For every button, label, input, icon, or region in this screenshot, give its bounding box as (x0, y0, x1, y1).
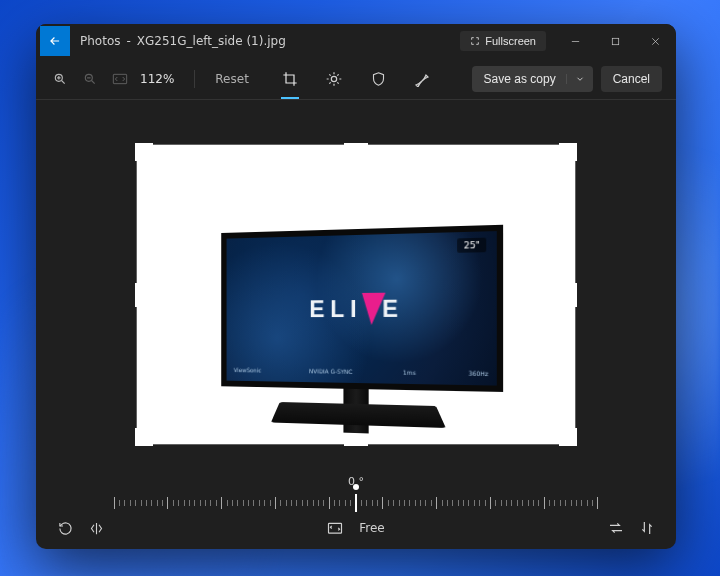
rotation-tick (597, 497, 598, 509)
maximize-button[interactable] (598, 26, 632, 56)
cancel-button[interactable]: Cancel (601, 66, 662, 92)
bezel-logos: ViewSonic NVIDIA G-SYNC 1ms 360Hz (234, 366, 489, 377)
edit-tool-tabs (279, 68, 433, 90)
close-button[interactable] (638, 26, 672, 56)
rotation-tick (173, 500, 174, 506)
fullscreen-button[interactable]: Fullscreen (460, 31, 546, 51)
svg-point-4 (331, 76, 336, 81)
rotation-tick (533, 500, 534, 506)
rotation-tick (576, 500, 577, 506)
rotation-tick (189, 500, 190, 506)
zoom-value: 112% (140, 72, 174, 86)
rotation-tick (409, 500, 410, 506)
brightness-icon (326, 71, 342, 87)
rotation-tick (350, 500, 351, 506)
rotation-tick (162, 500, 163, 506)
rotation-tick (560, 500, 561, 506)
size-badge: 25" (458, 238, 487, 253)
reset-button[interactable]: Reset (215, 72, 249, 86)
rotation-tick (538, 500, 539, 506)
rotation-tick (377, 500, 378, 506)
minimize-icon (570, 36, 581, 47)
crop-frame[interactable]: 25" ELI E ViewSonic NVIDIA G-SYNC 1ms 36… (137, 145, 575, 444)
rotation-tick (528, 500, 529, 506)
zoom-in-button[interactable] (50, 69, 70, 89)
rotation-tick (157, 500, 158, 506)
fit-screen-button[interactable] (110, 69, 130, 89)
rotation-tick (130, 500, 131, 506)
rotation-tick (544, 497, 545, 509)
shield-icon (371, 71, 386, 87)
rotation-bar: 0 ° Free (36, 471, 676, 549)
rotation-tick (565, 500, 566, 506)
rotation-slider[interactable] (58, 492, 654, 514)
toolbar: 112% Reset Save as copy (36, 58, 676, 100)
rotation-tick (479, 500, 480, 506)
app-name: Photos (80, 34, 120, 48)
undo-button[interactable] (608, 521, 624, 535)
rotation-tick (248, 500, 249, 506)
aspect-ratio-label: Free (359, 521, 384, 535)
rotation-tick (221, 497, 222, 509)
flip-horizontal-button[interactable] (89, 521, 104, 536)
title-separator: - (126, 34, 130, 48)
rotation-tick (501, 500, 502, 506)
fullscreen-label: Fullscreen (485, 35, 536, 47)
swap-h-icon (608, 521, 624, 535)
pen-icon (414, 71, 430, 87)
elite-v-icon (359, 293, 386, 325)
rotation-tick (442, 500, 443, 506)
rotation-tick (253, 500, 254, 506)
zoom-out-button[interactable] (80, 69, 100, 89)
minimize-button[interactable] (558, 26, 592, 56)
rotation-tick (313, 500, 314, 506)
rotation-tick (495, 500, 496, 506)
aspect-ratio-icon (327, 522, 343, 535)
rotation-tick (587, 500, 588, 506)
toolbar-divider (194, 70, 195, 88)
svg-rect-0 (612, 38, 618, 44)
redo-button[interactable] (640, 520, 654, 536)
save-as-copy-button[interactable]: Save as copy (472, 66, 593, 92)
rotation-tick (420, 500, 421, 506)
rotation-tick (243, 500, 244, 506)
rotation-tick (474, 500, 475, 506)
rotate-90-button[interactable] (58, 521, 73, 536)
rotation-tick (237, 500, 238, 506)
swap-v-icon (640, 520, 654, 536)
rotation-tick (436, 497, 437, 509)
rotation-tick (184, 500, 185, 506)
rotation-tick (485, 500, 486, 506)
edit-canvas[interactable]: 25" ELI E ViewSonic NVIDIA G-SYNC 1ms 36… (36, 100, 676, 471)
back-button[interactable] (40, 26, 70, 56)
adjust-tool-tab[interactable] (323, 68, 345, 90)
aspect-ratio-button[interactable]: Free (327, 521, 384, 535)
rotation-tick (506, 500, 507, 506)
rotation-tick (339, 500, 340, 506)
save-dropdown-chevron[interactable] (566, 74, 585, 84)
rotation-tick (463, 500, 464, 506)
photos-app-window: Photos - XG251G_left_side (1).jpg Fullsc… (36, 24, 676, 549)
rotation-tick (571, 500, 572, 506)
elite-text-left: ELI (309, 295, 362, 323)
rotation-tick (296, 500, 297, 506)
filter-tool-tab[interactable] (367, 68, 389, 90)
rotation-slider-thumb-dot[interactable] (353, 484, 359, 490)
crop-handle-right[interactable] (575, 283, 577, 307)
rotation-tick (334, 500, 335, 506)
rotation-tick (124, 500, 125, 506)
rotation-tick (522, 500, 523, 506)
bezel-refresh: 360Hz (468, 370, 488, 378)
markup-tool-tab[interactable] (411, 68, 433, 90)
rotation-slider-thumb[interactable] (355, 494, 357, 512)
crop-icon (282, 71, 298, 87)
rotation-tick (388, 500, 389, 506)
crop-tool-tab[interactable] (279, 68, 301, 90)
rotation-tick (286, 500, 287, 506)
rotation-tick (178, 500, 179, 506)
rotation-tick (200, 500, 201, 506)
crop-handle-bottom[interactable] (344, 444, 368, 446)
rotation-tick (468, 500, 469, 506)
zoom-in-icon (53, 72, 67, 86)
rotation-tick (549, 500, 550, 506)
